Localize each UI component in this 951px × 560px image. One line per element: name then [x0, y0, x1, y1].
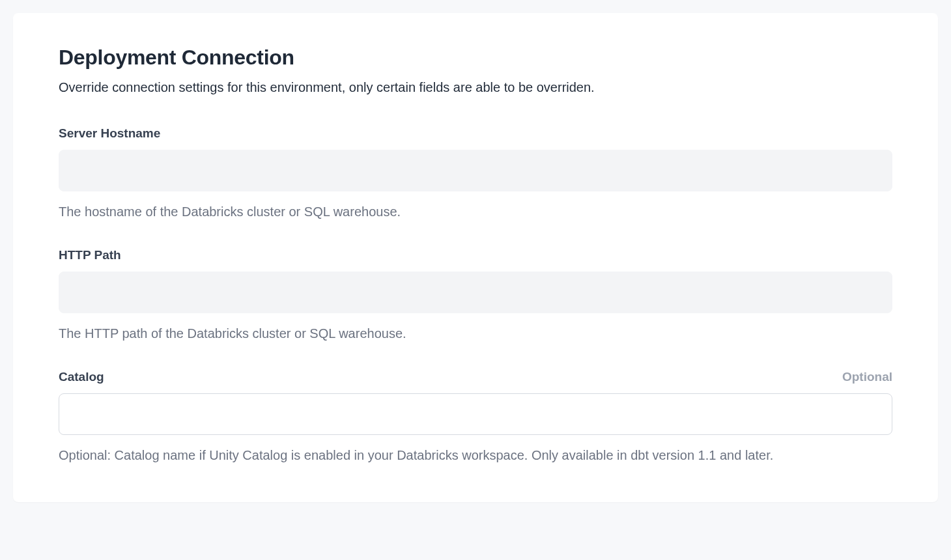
label-row: Catalog Optional — [59, 370, 892, 384]
catalog-label: Catalog — [59, 370, 104, 384]
page-title: Deployment Connection — [59, 46, 892, 70]
server-hostname-helper: The hostname of the Databricks cluster o… — [59, 204, 892, 219]
page-description: Override connection settings for this en… — [59, 80, 892, 95]
http-path-group: HTTP Path The HTTP path of the Databrick… — [59, 248, 892, 341]
server-hostname-label: Server Hostname — [59, 126, 160, 141]
catalog-input[interactable] — [59, 393, 892, 435]
catalog-group: Catalog Optional Optional: Catalog name … — [59, 370, 892, 463]
http-path-input — [59, 272, 892, 313]
deployment-connection-card: Deployment Connection Override connectio… — [13, 13, 938, 502]
label-row: HTTP Path — [59, 248, 892, 262]
server-hostname-group: Server Hostname The hostname of the Data… — [59, 126, 892, 219]
catalog-helper: Optional: Catalog name if Unity Catalog … — [59, 448, 892, 463]
http-path-helper: The HTTP path of the Databricks cluster … — [59, 326, 892, 341]
label-row: Server Hostname — [59, 126, 892, 141]
optional-badge: Optional — [842, 370, 892, 384]
server-hostname-input — [59, 150, 892, 191]
http-path-label: HTTP Path — [59, 248, 121, 262]
